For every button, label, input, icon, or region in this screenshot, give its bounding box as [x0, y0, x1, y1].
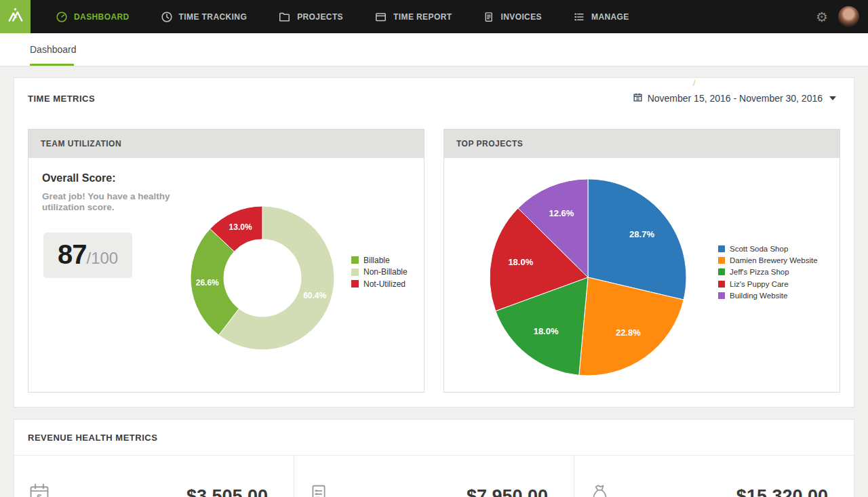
- legend-item-damien-brewery-website[interactable]: Damien Brewery Website: [718, 254, 818, 266]
- top-projects-legend: Scott Soda ShopDamien Brewery WebsiteJef…: [718, 243, 818, 302]
- card-title: TOP PROJECTS: [444, 130, 840, 158]
- legend-swatch: [718, 245, 725, 252]
- legend-label: Liz's Puppy Care: [730, 280, 789, 288]
- report-card-icon: [374, 11, 387, 23]
- legend-label: Billable: [363, 256, 390, 265]
- invoice-paper-icon: [308, 482, 330, 497]
- slice-pct-label: 60.4%: [303, 291, 326, 300]
- date-range-text: November 15, 2016 - November 30, 2016: [648, 93, 823, 104]
- date-range-picker[interactable]: November 15, 2016 - November 30, 2016: [633, 93, 836, 104]
- legend-label: Damien Brewery Website: [730, 256, 818, 264]
- legend-item-liz-s-puppy-care[interactable]: Liz's Puppy Care: [718, 278, 818, 290]
- folder-icon: [278, 11, 291, 23]
- legend-swatch: [351, 280, 359, 287]
- legend-item-billable[interactable]: Billable: [351, 254, 408, 266]
- legend-item-non-billable[interactable]: Non-Billable: [351, 266, 408, 279]
- gear-icon[interactable]: ⚙: [816, 10, 828, 24]
- nav-item-time-tracking[interactable]: TIME TRACKING: [145, 0, 263, 33]
- slice-pct-label: 28.7%: [629, 229, 654, 239]
- metric-value: $15,320.00: [736, 486, 828, 497]
- metric-scheduled: $ $3,505.00: [14, 456, 294, 497]
- utilization-message: Great job! You have a healthy utilizatio…: [42, 191, 188, 214]
- score-max: /100: [87, 249, 119, 268]
- slice-pct-label: 18.0%: [508, 257, 533, 267]
- metric-value: $7,950.00: [467, 486, 548, 497]
- svg-text:$: $: [37, 492, 42, 497]
- revenue-health-panel: REVENUE HEALTH METRICS $ $3,505.00: [14, 419, 854, 497]
- nav-item-projects[interactable]: PROJECTS: [262, 0, 359, 33]
- legend-item-scott-soda-shop[interactable]: Scott Soda Shop: [718, 243, 818, 254]
- legend-label: Not-Utilized: [363, 279, 406, 289]
- clock-icon: [161, 11, 173, 23]
- time-metrics-header: TIME METRICS November 15, 2016 - Novembe…: [14, 78, 854, 119]
- slice-pct-label: 12.6%: [549, 208, 574, 218]
- calendar-icon: [633, 93, 642, 104]
- nav-label: MANAGE: [591, 12, 629, 22]
- legend-swatch: [718, 257, 725, 264]
- revenue-header: REVENUE HEALTH METRICS: [14, 420, 854, 456]
- nav-label: DASHBOARD: [74, 12, 130, 22]
- breadcrumb-bar: Dashboard: [0, 33, 868, 66]
- time-metrics-panel: TIME METRICS November 15, 2016 - Novembe…: [14, 77, 854, 407]
- nav-item-dashboard[interactable]: DASHBOARD: [40, 0, 145, 33]
- metric-invoiced: $7,950.00: [294, 456, 574, 497]
- revenue-metrics-row: $ $3,505.00 $7,950.00: [14, 456, 854, 497]
- nav-label: PROJECTS: [297, 12, 343, 22]
- slice-pct-label: 13.0%: [229, 222, 252, 232]
- team-utilization-card: TEAM UTILIZATION Overall Score: Great jo…: [28, 129, 425, 393]
- panel-title: TIME METRICS: [28, 94, 95, 104]
- team-utilization-body: Overall Score: Great job! You have a hea…: [28, 158, 424, 392]
- app-logo[interactable]: [0, 0, 31, 33]
- legend-label: Jeff's Pizza Shop: [730, 268, 789, 276]
- legend-swatch: [351, 256, 359, 264]
- nav-item-manage[interactable]: MANAGE: [557, 0, 645, 33]
- legend-item-not-utilized[interactable]: Not-Utilized: [351, 278, 408, 290]
- utilization-donut-chart[interactable]: 60.4%26.6%13.0%: [186, 202, 338, 354]
- list-icon: [573, 11, 585, 23]
- legend-label: Building Website: [730, 292, 787, 300]
- calendar-dollar-icon: $: [28, 482, 51, 497]
- metric-value: $3,505.00: [186, 486, 268, 497]
- top-projects-pie-chart[interactable]: 28.7%22.8%18.0%18.0%12.6%: [486, 176, 690, 379]
- score-box: 87 /100: [43, 233, 132, 278]
- main-content: TIME METRICS November 15, 2016 - Novembe…: [0, 66, 868, 497]
- nav-item-time-report[interactable]: TIME REPORT: [359, 0, 467, 33]
- slice-pct-label: 26.6%: [196, 278, 219, 287]
- chevron-down-icon: [829, 96, 836, 100]
- user-avatar[interactable]: [838, 6, 859, 27]
- nav-label: INVOICES: [500, 12, 542, 22]
- nav-label: TIME REPORT: [393, 12, 452, 22]
- top-projects-card: TOP PROJECTS 28.7%22.8%18.0%18.0%12.6% S…: [443, 129, 840, 393]
- slice-pct-label: 18.0%: [534, 326, 559, 336]
- panel-title: REVENUE HEALTH METRICS: [28, 433, 157, 443]
- slice-pct-label: 22.8%: [616, 327, 641, 338]
- legend-swatch: [351, 269, 359, 276]
- overall-score-label: Overall Score:: [42, 172, 116, 184]
- top-navbar: DASHBOARD TIME TRACKING PROJECTS: [0, 0, 868, 33]
- legend-swatch: [718, 292, 725, 299]
- legend-swatch: [718, 269, 725, 275]
- legend-swatch: [718, 281, 725, 287]
- top-projects-body: 28.7%22.8%18.0%18.0%12.6% Scott Soda Sho…: [444, 158, 840, 392]
- nav-label: TIME TRACKING: [179, 12, 248, 22]
- invoice-icon: [483, 11, 494, 23]
- nav-menu: DASHBOARD TIME TRACKING PROJECTS: [40, 0, 645, 33]
- metric-paid: $15,320.00: [574, 456, 854, 497]
- utilization-legend: BillableNon-BillableNot-Utilized: [351, 254, 408, 290]
- legend-item-building-website[interactable]: Building Website: [718, 290, 818, 302]
- mountain-logo-icon: [5, 5, 26, 28]
- legend-label: Scott Soda Shop: [730, 245, 788, 253]
- metrics-cards: TEAM UTILIZATION Overall Score: Great jo…: [14, 119, 854, 407]
- nav-item-invoices[interactable]: INVOICES: [467, 0, 557, 33]
- money-bag-icon: [588, 482, 612, 497]
- score-value: 87: [58, 239, 87, 270]
- card-title: TEAM UTILIZATION: [28, 130, 424, 158]
- legend-label: Non-Billable: [363, 267, 408, 277]
- nav-right: ⚙: [816, 0, 868, 33]
- legend-item-jeff-s-pizza-shop[interactable]: Jeff's Pizza Shop: [718, 266, 818, 278]
- breadcrumb[interactable]: Dashboard: [30, 44, 77, 55]
- active-tab-underline: [30, 64, 74, 66]
- gauge-icon: [56, 11, 68, 23]
